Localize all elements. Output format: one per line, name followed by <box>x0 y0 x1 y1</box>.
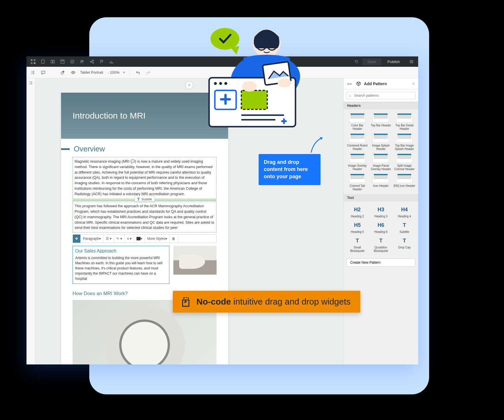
insert-marker[interactable]: T Subtitle <box>73 200 217 200</box>
text-icon: T <box>137 197 140 202</box>
chevron-down-icon[interactable]: ▾ <box>123 70 125 75</box>
svg-point-35 <box>278 78 291 88</box>
svg-point-34 <box>242 81 257 92</box>
person-illustration <box>198 20 316 130</box>
svg-point-19 <box>211 28 239 50</box>
search-input[interactable] <box>346 92 415 99</box>
orange-callout: No-code intuitive drag and drop widgets <box>173 291 360 313</box>
search-container <box>344 90 418 102</box>
panel-title: Add Pattern <box>364 81 409 86</box>
svg-point-11 <box>82 60 84 62</box>
code-icon[interactable]: <> <box>347 81 352 86</box>
svg-point-24 <box>271 45 273 47</box>
publish-button[interactable]: Publish <box>383 58 404 65</box>
check-icon[interactable] <box>69 58 76 65</box>
svg-point-0 <box>31 59 33 61</box>
pattern-item[interactable]: TSubtitle <box>393 220 415 234</box>
svg-point-1 <box>34 59 36 61</box>
left-gutter <box>26 78 35 364</box>
color-icon[interactable]: ▾ <box>134 235 145 243</box>
svg-point-26 <box>214 82 217 85</box>
callout-arrow-icon <box>308 135 325 155</box>
create-pattern-button[interactable]: Create New Pattern <box>346 259 415 267</box>
undo-top-icon[interactable] <box>353 58 360 65</box>
pattern-item[interactable]: Image Panel Overlay Header <box>370 153 392 171</box>
eye-icon[interactable] <box>70 69 77 76</box>
pattern-item[interactable]: H4Heading 4 <box>393 204 415 218</box>
save-button[interactable]: Save <box>362 58 381 65</box>
svg-point-2 <box>31 62 33 64</box>
chart-icon[interactable] <box>108 58 115 65</box>
svg-rect-7 <box>61 60 64 63</box>
overview-heading: Overview <box>74 145 105 153</box>
section-accent-bar <box>61 148 70 150</box>
svg-rect-30 <box>241 90 267 109</box>
mri-thumbnail-image[interactable] <box>173 246 217 275</box>
svg-point-16 <box>61 72 63 74</box>
pattern-item[interactable]: Image Splash Header <box>370 132 392 151</box>
add-pattern-panel: <> Add Pattern × Headers Color Bar Heade… <box>343 78 418 364</box>
save-icon[interactable] <box>59 58 66 65</box>
headers-section-label: Headers <box>344 102 418 109</box>
svg-point-12 <box>90 61 91 62</box>
cube-icon <box>356 81 361 86</box>
app-logo-icon <box>29 58 37 65</box>
delete-icon[interactable]: 🗑 <box>170 235 178 243</box>
zoom-level[interactable]: · 100% <box>108 70 119 75</box>
pattern-item[interactable]: Colored Tab Header <box>346 173 368 191</box>
sales-body: Artemis is committed to building the mor… <box>75 255 167 281</box>
sales-text-block[interactable]: Our Sales Approach Artemis is committed … <box>73 246 169 284</box>
pattern-item[interactable]: [FA] Icon Header <box>393 173 415 191</box>
svg-point-17 <box>73 72 74 73</box>
pattern-item[interactable]: TSmall Blockquote <box>346 235 368 253</box>
hamburger-menu-icon[interactable] <box>408 58 415 65</box>
undo-icon[interactable] <box>134 69 141 76</box>
svg-point-10 <box>81 60 82 62</box>
export-icon <box>180 296 191 307</box>
share-icon[interactable] <box>88 58 96 65</box>
svg-rect-8 <box>62 60 63 61</box>
pattern-item[interactable]: Centered Ruled Header <box>346 132 368 151</box>
layout-icon[interactable] <box>49 58 56 65</box>
blue-callout: Drag and drop content from here onto you… <box>259 154 321 185</box>
svg-point-23 <box>261 45 262 47</box>
pattern-item[interactable]: Top Bar Header <box>370 112 392 131</box>
pattern-item[interactable]: Top Bar Detail Header <box>393 112 415 131</box>
paragraph-block-1[interactable]: Magnetic resonance imaging (MRI 💬) is no… <box>73 157 217 199</box>
redo-icon[interactable] <box>145 69 152 76</box>
highlight-icon[interactable]: ✎ ▾ <box>114 235 124 243</box>
pattern-item[interactable]: Icon Header <box>370 173 392 191</box>
pattern-item[interactable]: H2Heading 2 <box>346 204 368 218</box>
pattern-item[interactable]: H3Heading 3 <box>370 204 392 218</box>
outline-icon[interactable] <box>29 69 36 76</box>
add-block-button[interactable]: + <box>185 81 193 89</box>
style-select[interactable]: Paragraph ▾ <box>81 235 103 243</box>
svg-point-9 <box>71 60 74 63</box>
svg-point-28 <box>224 82 227 85</box>
pattern-item[interactable]: H6Heading 6 <box>370 220 392 234</box>
pattern-item[interactable]: TDrop Cap <box>393 235 415 253</box>
users-icon[interactable] <box>78 58 86 65</box>
document-page: Introduction to MRI Overview Magnetic re… <box>61 93 228 364</box>
magic-icon[interactable] <box>59 69 66 76</box>
svg-point-3 <box>34 62 36 64</box>
svg-rect-4 <box>41 60 44 63</box>
align-icon[interactable]: ≡ ▾ <box>125 235 134 243</box>
svg-rect-5 <box>51 60 52 63</box>
pattern-item[interactable]: Top Bar Image Splash Header <box>393 132 415 151</box>
list-icon[interactable]: ☰ ▾ <box>103 235 114 243</box>
pattern-item[interactable]: Image Overlay Header <box>346 153 368 171</box>
pattern-item[interactable]: TQuotation Blockquote <box>370 235 392 253</box>
paragraph-block-2[interactable]: This program has followed the approach o… <box>73 202 217 233</box>
comment-icon[interactable] <box>40 69 47 76</box>
page-icon[interactable] <box>39 58 47 65</box>
view-mode-select[interactable]: Tablet Portrait <box>80 70 103 75</box>
close-icon[interactable]: × <box>412 81 415 86</box>
pattern-item[interactable]: H5Heading 5 <box>346 220 368 234</box>
pattern-item[interactable]: Color Bar Header <box>346 112 368 131</box>
flag-icon[interactable] <box>98 58 105 65</box>
block-toolbar: ✥ Paragraph ▾ ☰ ▾ ✎ ▾ ≡ ▾ ▾ More Styles … <box>73 234 217 243</box>
pattern-item[interactable]: Split Image Colored Header <box>393 153 415 171</box>
move-handle-icon[interactable]: ✥ <box>73 235 81 243</box>
more-styles[interactable]: More Styles ▾ <box>145 235 170 243</box>
